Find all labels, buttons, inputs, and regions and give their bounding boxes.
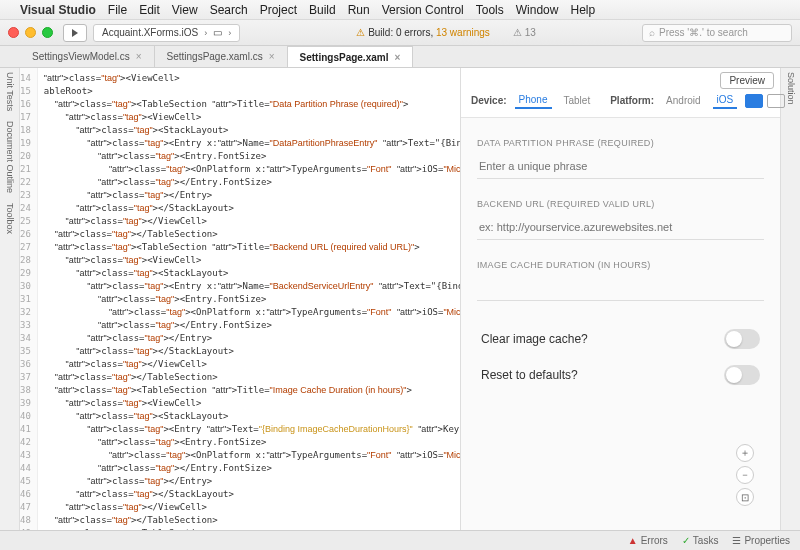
window-controls bbox=[8, 27, 53, 38]
menu-run[interactable]: Run bbox=[348, 3, 370, 17]
menu-edit[interactable]: Edit bbox=[139, 3, 160, 17]
platform-label: Platform: bbox=[610, 95, 654, 106]
zoom-out-button[interactable]: － bbox=[736, 466, 754, 484]
menu-view[interactable]: View bbox=[172, 3, 198, 17]
tab-settingspage-cs[interactable]: SettingsPage.xaml.cs × bbox=[155, 46, 288, 67]
code-body[interactable]: "attr">class="tag"><ViewCell> ableRoot> … bbox=[38, 68, 460, 530]
section-label-1: DATA PARTITION PHRASE (REQUIRED) bbox=[477, 138, 764, 148]
device-phone[interactable]: Phone bbox=[515, 92, 552, 109]
code-editor[interactable]: 1415161718192021222324252627282930313233… bbox=[20, 68, 460, 530]
error-icon: ▲ bbox=[628, 535, 638, 546]
tab-label: SettingsViewModel.cs bbox=[32, 51, 130, 62]
platform-ios[interactable]: iOS bbox=[713, 92, 738, 109]
target-label: Acquaint.XForms.iOS bbox=[102, 27, 198, 38]
chevron-right-icon: › bbox=[228, 28, 231, 38]
file-tabs: SettingsViewModel.cs × SettingsPage.xaml… bbox=[0, 46, 800, 68]
data-partition-input[interactable] bbox=[477, 154, 764, 179]
tab-label: SettingsPage.xaml bbox=[300, 52, 389, 63]
backend-url-input[interactable] bbox=[477, 215, 764, 240]
rail-document-outline[interactable]: Document Outline bbox=[5, 121, 15, 193]
tab-label: SettingsPage.xaml.cs bbox=[167, 51, 263, 62]
target-selector[interactable]: Acquaint.XForms.iOS › ▭ › bbox=[93, 24, 240, 42]
close-icon[interactable]: × bbox=[394, 52, 400, 63]
toolbar: Acquaint.XForms.iOS › ▭ › ⚠ Build: 0 err… bbox=[0, 20, 800, 46]
run-button[interactable] bbox=[63, 24, 87, 42]
toggle-icon[interactable] bbox=[724, 365, 760, 385]
status-tasks[interactable]: ✓Tasks bbox=[682, 535, 719, 546]
minimize-window-button[interactable] bbox=[25, 27, 36, 38]
section-label-3: IMAGE CACHE DURATION (IN HOURS) bbox=[477, 260, 764, 270]
menu-tools[interactable]: Tools bbox=[476, 3, 504, 17]
platform-android[interactable]: Android bbox=[662, 93, 704, 108]
statusbar: ▲Errors ✓Tasks ☰Properties bbox=[0, 530, 800, 550]
menu-window[interactable]: Window bbox=[516, 3, 559, 17]
switch-reset-defaults[interactable]: Reset to defaults? bbox=[477, 357, 764, 393]
build-status: ⚠ Build: 0 errors, 13 warnings ⚠ 13 bbox=[250, 27, 642, 38]
right-rail: Solution bbox=[780, 68, 800, 530]
switch-label: Reset to defaults? bbox=[481, 368, 578, 382]
rail-solution[interactable]: Solution bbox=[786, 72, 796, 105]
preview-button[interactable]: Preview bbox=[720, 72, 774, 89]
search-placeholder: Press '⌘.' to search bbox=[659, 27, 748, 38]
zoom-window-button[interactable] bbox=[42, 27, 53, 38]
preview-pane: Preview Device: Phone Tablet Platform: A… bbox=[460, 68, 780, 530]
menu-build[interactable]: Build bbox=[309, 3, 336, 17]
device-tablet[interactable]: Tablet bbox=[560, 93, 595, 108]
status-errors[interactable]: ▲Errors bbox=[628, 535, 668, 546]
properties-icon: ☰ bbox=[732, 535, 741, 546]
close-icon[interactable]: × bbox=[136, 51, 142, 62]
close-window-button[interactable] bbox=[8, 27, 19, 38]
menu-help[interactable]: Help bbox=[570, 3, 595, 17]
app-name: Visual Studio bbox=[20, 3, 96, 17]
device-label: Device: bbox=[471, 95, 507, 106]
toggle-icon[interactable] bbox=[724, 329, 760, 349]
menu-file[interactable]: File bbox=[108, 3, 127, 17]
search-icon: ⌕ bbox=[649, 27, 655, 38]
zoom-controls: ＋ － ⊡ bbox=[736, 444, 754, 506]
zoom-fit-button[interactable]: ⊡ bbox=[736, 488, 754, 506]
cache-duration-input[interactable] bbox=[477, 276, 764, 301]
zoom-in-button[interactable]: ＋ bbox=[736, 444, 754, 462]
close-icon[interactable]: × bbox=[269, 51, 275, 62]
device-icon: ▭ bbox=[213, 27, 222, 38]
form-preview: DATA PARTITION PHRASE (REQUIRED) BACKEND… bbox=[461, 118, 780, 530]
switch-label: Clear image cache? bbox=[481, 332, 588, 346]
search-input[interactable]: ⌕ Press '⌘.' to search bbox=[642, 24, 792, 42]
landscape-icon[interactable] bbox=[767, 94, 785, 108]
menubar: Visual Studio File Edit View Search Proj… bbox=[0, 0, 800, 20]
tab-settingspage-xaml[interactable]: SettingsPage.xaml × bbox=[288, 46, 414, 67]
chevron-right-icon: › bbox=[204, 28, 207, 38]
menu-version-control[interactable]: Version Control bbox=[382, 3, 464, 17]
main-area: Unit Tests Document Outline Toolbox 1415… bbox=[0, 68, 800, 530]
rail-unit-tests[interactable]: Unit Tests bbox=[5, 72, 15, 111]
check-icon: ✓ bbox=[682, 535, 690, 546]
rail-toolbox[interactable]: Toolbox bbox=[5, 203, 15, 234]
line-gutter: 1415161718192021222324252627282930313233… bbox=[20, 68, 38, 530]
tab-settingsviewmodel[interactable]: SettingsViewModel.cs × bbox=[20, 46, 155, 67]
menu-search[interactable]: Search bbox=[210, 3, 248, 17]
status-properties[interactable]: ☰Properties bbox=[732, 535, 790, 546]
menu-project[interactable]: Project bbox=[260, 3, 297, 17]
portrait-icon[interactable] bbox=[745, 94, 763, 108]
left-rail: Unit Tests Document Outline Toolbox bbox=[0, 68, 20, 530]
warning-badge[interactable]: ⚠ 13 bbox=[513, 27, 536, 38]
play-icon bbox=[72, 29, 78, 37]
switch-clear-cache[interactable]: Clear image cache? bbox=[477, 321, 764, 357]
section-label-2: BACKEND URL (REQUIRED VALID URL) bbox=[477, 199, 764, 209]
